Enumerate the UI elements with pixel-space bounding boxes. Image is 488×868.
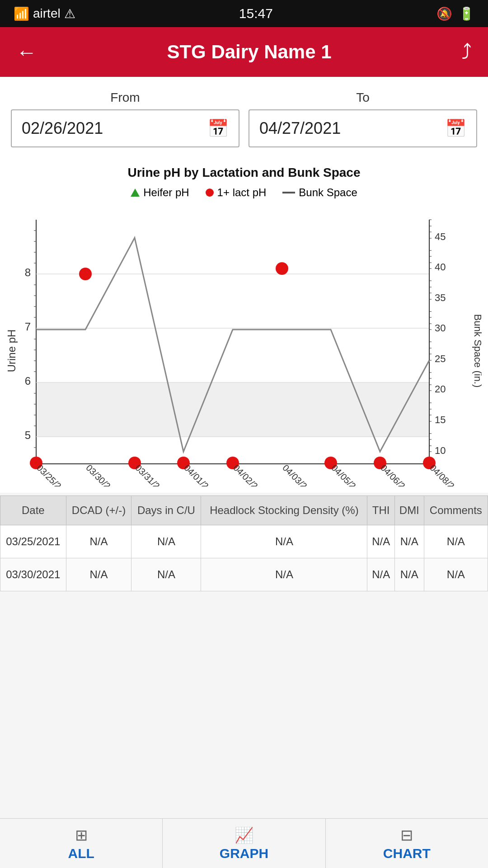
svg-text:03/30/2021: 03/30/2021 bbox=[84, 462, 123, 486]
svg-text:10: 10 bbox=[435, 445, 446, 456]
graph-label: GRAPH bbox=[220, 846, 268, 861]
app-header: ← STG Dairy Name 1 ⤴ bbox=[0, 27, 488, 77]
from-date-picker[interactable]: 02/26/2021 📅 bbox=[11, 109, 239, 147]
table-row: 03/30/2021N/AN/AN/AN/AN/AN/A bbox=[0, 558, 488, 591]
lact-icon bbox=[206, 189, 214, 197]
table-cell: N/A bbox=[424, 525, 488, 558]
status-bar-right: 🔕 🔋 bbox=[436, 6, 474, 21]
svg-text:40: 40 bbox=[435, 261, 446, 273]
x-axis-labels: 03/25/2021 03/30/2021 03/31/2021 04/01/2… bbox=[35, 462, 467, 486]
battery-icon: 🔋 bbox=[459, 6, 474, 21]
svg-text:Bunk Space (in.): Bunk Space (in.) bbox=[472, 314, 483, 388]
svg-text:35: 35 bbox=[435, 292, 446, 303]
chart-section: Urine pH by Lactation and Bunk Space Hei… bbox=[0, 156, 488, 493]
table-cell: 03/25/2021 bbox=[0, 525, 66, 558]
svg-text:04/02/2021: 04/02/2021 bbox=[231, 462, 270, 486]
bottom-nav: ⊞ ALL 📈 GRAPH ⊟ CHART bbox=[0, 818, 488, 868]
svg-text:03/25/2021: 03/25/2021 bbox=[35, 462, 74, 486]
table-row: 03/25/2021N/AN/AN/AN/AN/AN/A bbox=[0, 525, 488, 558]
to-label: To bbox=[249, 90, 477, 105]
col-thi: THI bbox=[367, 496, 395, 525]
nav-item-graph[interactable]: 📈 GRAPH bbox=[163, 819, 325, 868]
bunk-label: Bunk Space bbox=[299, 186, 357, 199]
table-cell: N/A bbox=[131, 525, 201, 558]
col-headlock: Headlock Stocking Density (%) bbox=[201, 496, 367, 525]
all-label: ALL bbox=[68, 846, 94, 861]
to-date-picker[interactable]: 04/27/2021 📅 bbox=[249, 109, 477, 147]
heifer-icon bbox=[131, 189, 140, 197]
svg-text:04/05/2021: 04/05/2021 bbox=[329, 462, 368, 486]
status-bar: 📶 airtel ⚠ 15:47 🔕 🔋 bbox=[0, 0, 488, 27]
table-cell: N/A bbox=[201, 525, 367, 558]
table-cell: N/A bbox=[367, 525, 395, 558]
lact-dot-5 bbox=[276, 262, 288, 275]
back-button[interactable]: ← bbox=[16, 40, 37, 64]
data-table: Date DCAD (+/-) Days in C/U Headlock Sto… bbox=[0, 495, 488, 591]
chart-legend: Heifer pH 1+ lact pH Bunk Space bbox=[5, 186, 483, 199]
chart-svg: 8 7 6 5 bbox=[5, 206, 483, 486]
svg-text:8: 8 bbox=[25, 266, 31, 278]
table-cell: N/A bbox=[394, 525, 424, 558]
legend-lact: 1+ lact pH bbox=[206, 186, 267, 199]
col-dmi: DMI bbox=[394, 496, 424, 525]
share-button[interactable]: ⤴ bbox=[461, 40, 472, 64]
col-dcad: DCAD (+/-) bbox=[66, 496, 131, 525]
col-comments: Comments bbox=[424, 496, 488, 525]
status-bar-left: 📶 airtel ⚠ bbox=[14, 6, 75, 21]
all-icon: ⊞ bbox=[75, 826, 88, 844]
table-header-row: Date DCAD (+/-) Days in C/U Headlock Sto… bbox=[0, 496, 488, 525]
nav-item-chart[interactable]: ⊟ CHART bbox=[326, 819, 488, 868]
from-label: From bbox=[11, 90, 239, 105]
graph-icon: 📈 bbox=[235, 826, 253, 844]
chart-icon: ⊟ bbox=[400, 826, 413, 844]
from-date-value: 02/26/2021 bbox=[22, 119, 103, 138]
from-calendar-icon: 📅 bbox=[207, 118, 229, 138]
table-cell: N/A bbox=[66, 525, 131, 558]
table-cell: N/A bbox=[394, 558, 424, 591]
svg-text:04/01/2021: 04/01/2021 bbox=[182, 462, 221, 486]
svg-text:20: 20 bbox=[435, 383, 446, 395]
svg-text:5: 5 bbox=[25, 429, 31, 441]
svg-text:15: 15 bbox=[435, 414, 446, 425]
svg-text:04/08/2021: 04/08/2021 bbox=[428, 462, 467, 486]
legend-bunk: Bunk Space bbox=[282, 186, 357, 199]
legend-heifer: Heifer pH bbox=[131, 186, 189, 199]
svg-text:6: 6 bbox=[25, 375, 31, 387]
heifer-label: Heifer pH bbox=[143, 186, 189, 199]
svg-text:45: 45 bbox=[435, 231, 446, 242]
svg-text:Urine pH: Urine pH bbox=[5, 330, 18, 373]
svg-text:25: 25 bbox=[435, 353, 446, 364]
bunk-icon bbox=[282, 192, 295, 193]
chart-svg-wrapper: 8 7 6 5 bbox=[5, 206, 483, 488]
svg-text:7: 7 bbox=[25, 321, 31, 333]
table-cell: N/A bbox=[66, 558, 131, 591]
table-cell: N/A bbox=[201, 558, 367, 591]
date-filter-section: From 02/26/2021 📅 To 04/27/2021 📅 bbox=[0, 77, 488, 156]
lact-dot-1 bbox=[79, 268, 92, 280]
svg-text:03/31/2021: 03/31/2021 bbox=[133, 462, 172, 486]
svg-text:04/03/2021: 04/03/2021 bbox=[281, 462, 319, 486]
chart-title: Urine pH by Lactation and Bunk Space bbox=[5, 165, 483, 180]
chart-label: CHART bbox=[383, 846, 431, 861]
svg-text:04/06/2021: 04/06/2021 bbox=[379, 462, 418, 486]
table-cell: 03/30/2021 bbox=[0, 558, 66, 591]
carrier-label: airtel bbox=[33, 6, 61, 21]
table-cell: N/A bbox=[131, 558, 201, 591]
nav-item-all[interactable]: ⊞ ALL bbox=[0, 819, 163, 868]
to-date-group: To 04/27/2021 📅 bbox=[249, 90, 477, 147]
page-title: STG Dairy Name 1 bbox=[167, 41, 331, 63]
from-date-group: From 02/26/2021 📅 bbox=[11, 90, 239, 147]
table-cell: N/A bbox=[424, 558, 488, 591]
table-cell: N/A bbox=[367, 558, 395, 591]
signal-icon: 📶 bbox=[14, 6, 29, 21]
col-date: Date bbox=[0, 496, 66, 525]
bell-icon: 🔕 bbox=[436, 6, 452, 21]
warning-icon: ⚠ bbox=[64, 6, 75, 21]
col-days: Days in C/U bbox=[131, 496, 201, 525]
svg-text:30: 30 bbox=[435, 322, 446, 334]
lact-label: 1+ lact pH bbox=[217, 186, 267, 199]
to-date-value: 04/27/2021 bbox=[259, 119, 341, 138]
time-display: 15:47 bbox=[239, 6, 273, 21]
to-calendar-icon: 📅 bbox=[445, 118, 466, 138]
